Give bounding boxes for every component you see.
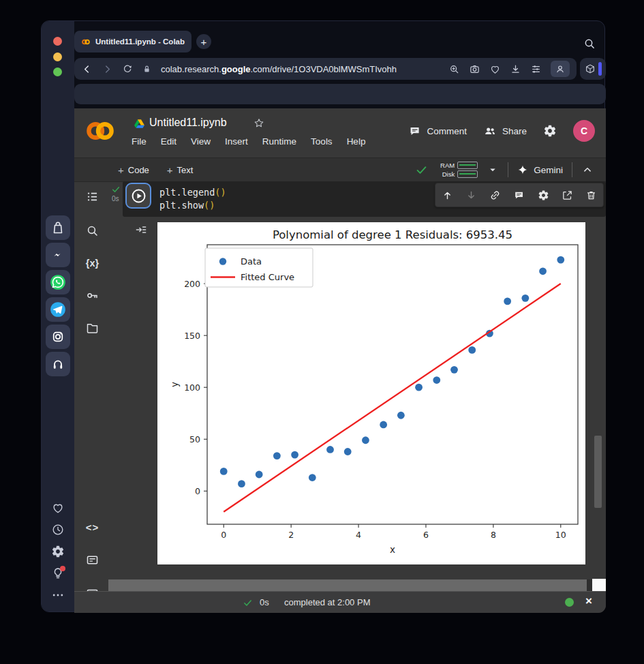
move-cell-down-button[interactable] xyxy=(465,190,477,201)
person-icon xyxy=(557,66,563,72)
delete-cell-button[interactable] xyxy=(585,190,597,201)
window-minimize-button[interactable] xyxy=(53,52,62,61)
url-text[interactable]: colab.research.google.com/drive/1O3VDA0b… xyxy=(161,64,397,74)
app-shortcut-store[interactable] xyxy=(46,215,70,240)
add-comment-button[interactable] xyxy=(513,190,525,201)
menu-insert[interactable]: Insert xyxy=(225,136,248,147)
svg-text:0: 0 xyxy=(195,486,200,496)
rail-secrets[interactable] xyxy=(85,288,99,303)
history-button[interactable] xyxy=(51,523,65,537)
svg-text:4: 4 xyxy=(356,530,361,540)
browser-tab[interactable]: Untitled11.ipynb - Colab xyxy=(74,31,191,52)
settings-gear-button[interactable] xyxy=(543,124,557,138)
open-in-tab-button[interactable] xyxy=(562,190,573,201)
svg-text:50: 50 xyxy=(189,434,200,444)
svg-text:8: 8 xyxy=(491,530,496,540)
download-icon xyxy=(512,65,519,72)
app-shortcut-messenger[interactable] xyxy=(46,243,70,267)
more-button[interactable] xyxy=(51,588,65,602)
instagram-icon xyxy=(51,330,65,344)
notebook-title[interactable]: Untitled11.ipynb xyxy=(149,117,227,129)
back-button[interactable] xyxy=(81,63,93,75)
browser-window: Untitled11.ipynb - Colab + colab.researc… xyxy=(41,20,605,612)
menu-file[interactable]: File xyxy=(132,136,147,147)
window-close-button[interactable] xyxy=(53,37,62,46)
cell-settings-button[interactable] xyxy=(538,190,549,201)
chevron-left-icon xyxy=(85,65,89,72)
app-shortcut-telegram[interactable] xyxy=(46,297,70,322)
share-button[interactable]: Share xyxy=(483,124,527,138)
extensions-box[interactable] xyxy=(580,58,606,80)
svg-text:0: 0 xyxy=(221,530,226,540)
cell-toolbar xyxy=(435,183,604,207)
horizontal-scrollbar-thumb[interactable] xyxy=(108,579,587,591)
tab-search-button[interactable] xyxy=(583,37,596,50)
menu-view[interactable]: View xyxy=(191,136,211,147)
play-icon xyxy=(132,190,144,202)
menu-bar: FileEditViewInsertRuntimeToolsHelp xyxy=(132,136,365,147)
menu-edit[interactable]: Edit xyxy=(161,136,177,147)
drive-icon xyxy=(133,117,146,130)
zoom-page-button[interactable] xyxy=(448,63,460,75)
favorites-button[interactable] xyxy=(51,501,65,515)
gemini-button[interactable]: Gemini xyxy=(517,164,563,175)
search-icon xyxy=(89,227,97,235)
magnifier-plus-icon xyxy=(451,65,458,72)
vertical-scrollbar-thumb[interactable] xyxy=(594,436,602,508)
site-security[interactable] xyxy=(142,64,152,74)
reader-options-button[interactable] xyxy=(530,63,542,75)
url-bar[interactable]: colab.research.google.com/drive/1O3VDA0b… xyxy=(74,58,577,80)
menu-help[interactable]: Help xyxy=(347,136,366,147)
account-avatar[interactable]: C xyxy=(573,120,595,142)
new-tab-button[interactable]: + xyxy=(196,34,211,49)
app-shortcut-music[interactable] xyxy=(46,352,70,376)
star-button[interactable] xyxy=(253,117,265,130)
run-cell-button[interactable] xyxy=(125,183,151,209)
collapse-toolbar-button[interactable] xyxy=(581,164,594,176)
resources-dropdown[interactable] xyxy=(487,164,499,176)
plus-icon: + xyxy=(167,164,173,176)
headphones-icon xyxy=(51,357,65,372)
rail-code-snippets[interactable]: <> xyxy=(85,520,99,534)
copy-cell-link-button[interactable] xyxy=(489,190,501,201)
dismiss-status-button[interactable]: × xyxy=(585,594,592,608)
rail-command-palette[interactable] xyxy=(85,553,99,567)
svg-text:y: y xyxy=(169,382,180,387)
menu-runtime[interactable]: Runtime xyxy=(262,136,296,147)
rail-files[interactable] xyxy=(85,321,99,335)
comment-icon xyxy=(516,192,523,198)
move-cell-up-button[interactable] xyxy=(442,190,453,201)
bookmarks-bar[interactable] xyxy=(74,84,606,104)
screen: Untitled11.ipynb - Colab + colab.researc… xyxy=(0,0,644,664)
favorite-button[interactable] xyxy=(489,63,501,75)
rail-search[interactable] xyxy=(85,224,99,238)
colab-logo[interactable] xyxy=(84,115,117,147)
svg-text:6: 6 xyxy=(423,530,429,540)
window-zoom-button[interactable] xyxy=(53,67,62,76)
downloads-button[interactable] xyxy=(510,63,521,75)
profile-button[interactable] xyxy=(551,61,570,77)
add-text-button[interactable]: +Text xyxy=(167,164,194,176)
messenger-icon xyxy=(50,247,65,262)
open-in-new-icon xyxy=(564,191,571,198)
output-icon xyxy=(136,227,145,232)
output-menu-button[interactable] xyxy=(134,223,148,237)
app-shortcut-instagram[interactable] xyxy=(46,325,70,349)
resource-monitor[interactable]: RAM Disk xyxy=(437,162,478,178)
suggestions-button[interactable] xyxy=(51,567,65,580)
screenshot-button[interactable] xyxy=(469,63,480,75)
reload-button[interactable] xyxy=(122,63,133,74)
rail-variables[interactable]: {x} xyxy=(85,256,99,270)
comment-button[interactable]: Comment xyxy=(408,125,467,138)
divider xyxy=(508,162,508,177)
rail-table-of-contents[interactable] xyxy=(85,190,99,204)
arrow-down-icon xyxy=(469,192,474,198)
forward-button[interactable] xyxy=(102,63,113,75)
add-code-button[interactable]: +Code xyxy=(118,164,149,176)
settings-button[interactable] xyxy=(51,545,65,558)
menu-tools[interactable]: Tools xyxy=(311,136,333,147)
comment-label: Comment xyxy=(427,126,467,136)
app-shortcut-whatsapp[interactable] xyxy=(46,270,70,295)
notification-dot xyxy=(60,566,65,571)
header-actions: Comment Share C xyxy=(408,120,595,142)
